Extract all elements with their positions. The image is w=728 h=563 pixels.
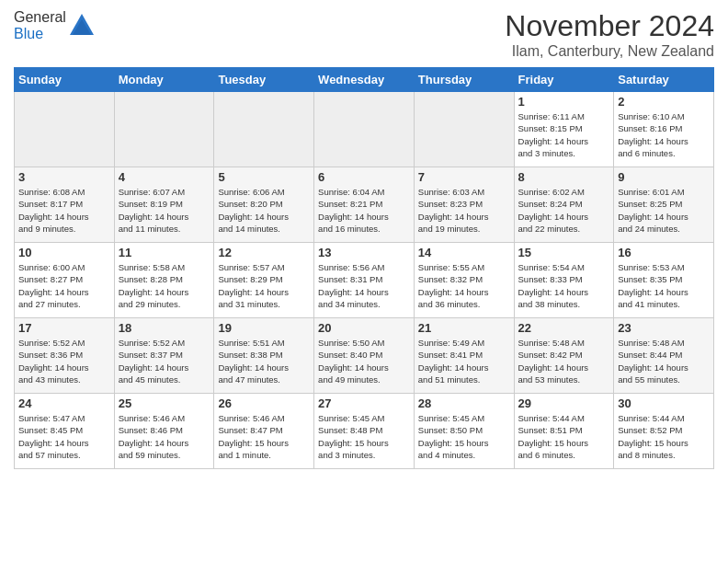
day-info: Sunrise: 5:46 AMSunset: 8:47 PMDaylight:… [218,412,310,461]
table-row [214,92,314,167]
col-thursday: Thursday [414,68,514,92]
day-number: 14 [418,246,510,259]
day-info: Sunrise: 6:10 AMSunset: 8:16 PMDaylight:… [618,110,710,159]
day-info: Sunrise: 5:55 AMSunset: 8:32 PMDaylight:… [418,261,510,310]
logo: General Blue [14,9,96,42]
page-container: General Blue November 2024 Ilam, Canterb… [0,0,728,478]
table-row: 5Sunrise: 6:06 AMSunset: 8:20 PMDaylight… [214,167,314,243]
day-info: Sunrise: 5:45 AMSunset: 8:50 PMDaylight:… [418,412,510,461]
table-row: 22Sunrise: 5:48 AMSunset: 8:42 PMDayligh… [514,318,614,394]
day-number: 20 [318,321,410,335]
day-info: Sunrise: 5:46 AMSunset: 8:46 PMDaylight:… [119,412,210,461]
calendar-week-1: 1Sunrise: 6:11 AMSunset: 8:15 PMDaylight… [15,92,714,167]
table-row: 25Sunrise: 5:46 AMSunset: 8:46 PMDayligh… [114,394,214,469]
day-number: 30 [618,396,710,410]
day-info: Sunrise: 6:11 AMSunset: 8:15 PMDaylight:… [518,110,610,159]
table-row [414,92,514,167]
table-row: 17Sunrise: 5:52 AMSunset: 8:36 PMDayligh… [15,318,115,394]
day-number: 10 [18,246,110,259]
day-info: Sunrise: 6:00 AMSunset: 8:27 PMDaylight:… [18,261,110,310]
calendar-week-3: 10Sunrise: 6:00 AMSunset: 8:27 PMDayligh… [15,243,714,318]
table-row: 27Sunrise: 5:45 AMSunset: 8:48 PMDayligh… [314,394,415,469]
day-info: Sunrise: 5:50 AMSunset: 8:40 PMDaylight:… [318,337,410,385]
col-monday: Monday [114,68,214,92]
day-number: 1 [518,95,610,109]
day-info: Sunrise: 6:01 AMSunset: 8:25 PMDaylight:… [618,186,710,235]
day-number: 24 [18,396,110,410]
table-row: 10Sunrise: 6:00 AMSunset: 8:27 PMDayligh… [15,243,115,318]
day-number: 13 [318,246,410,259]
day-info: Sunrise: 6:02 AMSunset: 8:24 PMDaylight:… [518,186,610,235]
day-number: 5 [218,170,310,184]
day-number: 2 [618,95,710,109]
table-row: 20Sunrise: 5:50 AMSunset: 8:40 PMDayligh… [314,318,415,394]
table-row: 16Sunrise: 5:53 AMSunset: 8:35 PMDayligh… [614,243,714,318]
calendar-week-4: 17Sunrise: 5:52 AMSunset: 8:36 PMDayligh… [15,318,714,394]
table-row: 3Sunrise: 6:08 AMSunset: 8:17 PMDaylight… [15,167,115,243]
table-row: 12Sunrise: 5:57 AMSunset: 8:29 PMDayligh… [214,243,314,318]
location: Ilam, Canterbury, New Zealand [505,43,714,60]
table-row: 30Sunrise: 5:44 AMSunset: 8:52 PMDayligh… [614,394,714,469]
col-tuesday: Tuesday [214,68,314,92]
month-title: November 2024 [505,9,714,43]
col-sunday: Sunday [15,68,115,92]
title-area: November 2024 Ilam, Canterbury, New Zeal… [505,9,714,60]
day-info: Sunrise: 5:48 AMSunset: 8:42 PMDaylight:… [518,337,610,385]
table-row: 1Sunrise: 6:11 AMSunset: 8:15 PMDaylight… [514,92,614,167]
calendar-table: Sunday Monday Tuesday Wednesday Thursday… [14,67,714,469]
day-number: 29 [518,396,610,410]
col-saturday: Saturday [614,68,714,92]
page-header: General Blue November 2024 Ilam, Canterb… [14,9,714,60]
day-number: 16 [618,246,710,259]
table-row: 18Sunrise: 5:52 AMSunset: 8:37 PMDayligh… [114,318,214,394]
day-info: Sunrise: 5:45 AMSunset: 8:48 PMDaylight:… [318,412,410,461]
day-number: 18 [119,321,210,335]
day-info: Sunrise: 5:53 AMSunset: 8:35 PMDaylight:… [618,261,710,310]
table-row: 19Sunrise: 5:51 AMSunset: 8:38 PMDayligh… [214,318,314,394]
day-info: Sunrise: 5:52 AMSunset: 8:37 PMDaylight:… [119,337,210,385]
day-info: Sunrise: 5:51 AMSunset: 8:38 PMDaylight:… [218,337,310,385]
day-number: 28 [418,396,510,410]
day-number: 9 [618,170,710,184]
calendar-week-5: 24Sunrise: 5:47 AMSunset: 8:45 PMDayligh… [15,394,714,469]
day-info: Sunrise: 5:44 AMSunset: 8:52 PMDaylight:… [618,412,710,461]
col-friday: Friday [514,68,614,92]
table-row: 2Sunrise: 6:10 AMSunset: 8:16 PMDaylight… [614,92,714,167]
table-row: 26Sunrise: 5:46 AMSunset: 8:47 PMDayligh… [214,394,314,469]
day-number: 8 [518,170,610,184]
day-number: 6 [318,170,410,184]
day-number: 27 [318,396,410,410]
table-row: 4Sunrise: 6:07 AMSunset: 8:19 PMDaylight… [114,167,214,243]
table-row: 13Sunrise: 5:56 AMSunset: 8:31 PMDayligh… [314,243,415,318]
table-row: 6Sunrise: 6:04 AMSunset: 8:21 PMDaylight… [314,167,415,243]
table-row [314,92,415,167]
day-info: Sunrise: 6:03 AMSunset: 8:23 PMDaylight:… [418,186,510,235]
table-row: 15Sunrise: 5:54 AMSunset: 8:33 PMDayligh… [514,243,614,318]
calendar-header-row: Sunday Monday Tuesday Wednesday Thursday… [15,68,714,92]
day-number: 19 [218,321,310,335]
day-number: 15 [518,246,610,259]
table-row: 9Sunrise: 6:01 AMSunset: 8:25 PMDaylight… [614,167,714,243]
table-row: 8Sunrise: 6:02 AMSunset: 8:24 PMDaylight… [514,167,614,243]
day-number: 11 [119,246,210,259]
day-number: 23 [618,321,710,335]
table-row [15,92,115,167]
table-row: 11Sunrise: 5:58 AMSunset: 8:28 PMDayligh… [114,243,214,318]
logo-icon [68,12,96,40]
day-number: 25 [119,396,210,410]
day-info: Sunrise: 6:08 AMSunset: 8:17 PMDaylight:… [18,186,110,235]
table-row: 14Sunrise: 5:55 AMSunset: 8:32 PMDayligh… [414,243,514,318]
day-number: 7 [418,170,510,184]
day-info: Sunrise: 6:04 AMSunset: 8:21 PMDaylight:… [318,186,410,235]
table-row: 7Sunrise: 6:03 AMSunset: 8:23 PMDaylight… [414,167,514,243]
day-info: Sunrise: 5:58 AMSunset: 8:28 PMDaylight:… [119,261,210,310]
table-row [114,92,214,167]
day-number: 4 [119,170,210,184]
day-info: Sunrise: 5:57 AMSunset: 8:29 PMDaylight:… [218,261,310,310]
day-info: Sunrise: 6:07 AMSunset: 8:19 PMDaylight:… [119,186,210,235]
day-number: 3 [18,170,110,184]
day-number: 21 [418,321,510,335]
day-number: 22 [518,321,610,335]
day-number: 17 [18,321,110,335]
table-row: 24Sunrise: 5:47 AMSunset: 8:45 PMDayligh… [15,394,115,469]
